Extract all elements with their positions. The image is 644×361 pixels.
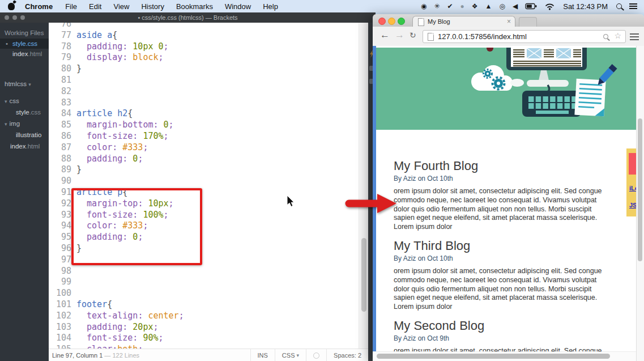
article-byline: By Aziz on Oct 10th: [394, 254, 630, 263]
menu-window[interactable]: Window: [225, 2, 251, 11]
code-text: aside a{: [71, 30, 117, 41]
code-line-85: 85 margin-bottom: 0;: [49, 120, 359, 131]
menu-history[interactable]: History: [141, 2, 164, 11]
file-ext: .html: [26, 143, 40, 150]
brackets-sidebar: Working Files •style.cssindex.html htmlc…: [0, 23, 49, 361]
reload-button[interactable]: ↻: [410, 31, 416, 40]
window-controls[interactable]: [5, 15, 25, 20]
article-byline: By Aziz on Oct 10th: [394, 175, 630, 183]
working-files-header: Working Files: [5, 29, 49, 36]
desktop: Chrome FileEditViewHistoryBookmarksWindo…: [0, 0, 644, 361]
shield-check-icon[interactable]: ✔: [447, 3, 453, 10]
menu-help[interactable]: Help: [263, 2, 278, 11]
menu-file[interactable]: File: [65, 2, 77, 11]
indent-setting[interactable]: Spaces: 2: [326, 349, 368, 361]
tree-item-index.html[interactable]: index.html: [0, 141, 49, 152]
file-ext: .css: [26, 40, 37, 47]
zoom-icon[interactable]: [603, 34, 608, 39]
folder-name: img: [10, 120, 20, 127]
zoom-window-button[interactable]: [20, 15, 25, 20]
page-vertical-scrollbar[interactable]: [636, 46, 644, 361]
spotlight-icon[interactable]: [616, 3, 622, 9]
file-base: illustratio: [16, 131, 41, 138]
screen-record-icon[interactable]: ◉: [421, 3, 427, 10]
minimize-window-button[interactable]: [12, 15, 17, 20]
close-tab-icon[interactable]: ×: [507, 16, 511, 27]
code-text: [71, 97, 76, 109]
tree-item-img[interactable]: ▾img: [0, 118, 49, 129]
dropbox-icon[interactable]: ❖: [472, 3, 478, 10]
code-line-100: 100: [49, 288, 359, 299]
creative-cloud-icon[interactable]: ◎: [500, 3, 505, 10]
menubar-clock[interactable]: Sat 12:43 PM: [563, 2, 608, 11]
google-drive-icon[interactable]: ▲: [485, 3, 492, 10]
tree-item-css[interactable]: ▾css: [0, 95, 49, 107]
new-tab-button[interactable]: [519, 17, 537, 27]
code-text: [71, 176, 76, 187]
code-text: font-size: 90%;: [71, 333, 164, 344]
close-window-button[interactable]: [378, 18, 386, 25]
chrome-tabstrip[interactable]: My Blog ×: [373, 14, 644, 27]
line-number: 103: [49, 322, 71, 333]
bookmark-star-icon[interactable]: ☆: [614, 31, 621, 40]
volume-icon[interactable]: ◀: [513, 3, 518, 10]
line-number: 91: [49, 187, 71, 198]
brackets-window: • css/style.css (htmlcss) — Brackets Wor…: [0, 12, 376, 361]
apple-menu-icon[interactable]: [8, 3, 15, 10]
code-text: [71, 86, 76, 97]
lint-status[interactable]: [306, 349, 326, 361]
minimize-window-button[interactable]: [388, 18, 395, 25]
project-dropdown[interactable]: htmlcss ▾: [5, 80, 49, 87]
annotation-arrow: [344, 192, 399, 215]
url-text[interactable]: 127.0.0.1:57856/index.html: [438, 31, 527, 43]
address-bar[interactable]: 127.0.0.1:57856/index.html ☆: [423, 30, 626, 43]
code-line-90: 90: [49, 176, 359, 187]
close-window-button[interactable]: [5, 15, 9, 20]
page-horizontal-scrollbar[interactable]: [373, 351, 637, 361]
code-line-98: 98: [49, 266, 359, 277]
blog-article-2: My Third BlogBy Aziz on Oct 10thorem ips…: [394, 239, 630, 312]
language-selector[interactable]: CSS ▾: [275, 349, 306, 361]
notification-center-icon[interactable]: [629, 2, 637, 10]
menu-edit[interactable]: Edit: [89, 2, 101, 11]
folder-expand-icon[interactable]: ▾: [5, 99, 7, 104]
file-base: index: [10, 143, 26, 150]
tab-title: My Blog: [428, 16, 450, 27]
horizontal-scrollbar-thumb[interactable]: [377, 354, 610, 359]
folder-expand-icon[interactable]: ▾: [5, 121, 7, 127]
tree-item-illustratio[interactable]: illustratio: [0, 129, 49, 141]
cursor-position: Line 97, Column 1: [52, 352, 103, 359]
code-editor[interactable]: 7677aside a{78 padding: 10px 0;79 displa…: [49, 23, 359, 361]
page-favicon: [418, 18, 424, 26]
code-line-102: 102 text-align: center;: [49, 311, 359, 322]
article-title: My Third Blog: [394, 239, 630, 253]
back-button[interactable]: ←: [380, 29, 390, 41]
battery-icon[interactable]: [525, 3, 538, 10]
vertical-scrollbar-thumb[interactable]: [638, 118, 642, 261]
line-number: 88: [49, 154, 71, 165]
chrome-menu-icon[interactable]: [630, 33, 639, 42]
menu-bookmarks[interactable]: Bookmarks: [176, 2, 213, 11]
line-number: 83: [49, 97, 71, 109]
menu-app-name[interactable]: Chrome: [25, 2, 53, 11]
code-line-81: 81: [49, 75, 359, 86]
forward-button[interactable]: →: [395, 29, 404, 41]
code-line-78: 78 padding: 10px 0;: [49, 41, 359, 53]
working-file-style.css[interactable]: •style.css: [0, 39, 49, 49]
tree-item-style.css[interactable]: style.css: [0, 107, 49, 118]
code-text: }: [71, 164, 82, 176]
file-base: style: [12, 40, 26, 47]
notifications-icon[interactable]: ●: [460, 3, 464, 10]
brackets-titlebar[interactable]: • css/style.css (htmlcss) — Brackets: [0, 12, 376, 23]
overwrite-toggle[interactable]: INS: [250, 349, 275, 361]
working-file-index.html[interactable]: index.html: [0, 49, 49, 59]
zoom-window-button[interactable]: [398, 18, 405, 25]
code-line-79: 79 display: block;: [49, 52, 359, 63]
brackets-statusbar: Line 97, Column 1 — 122 Lines INS CSS ▾ …: [49, 349, 368, 361]
tab-my-blog[interactable]: My Blog ×: [412, 16, 515, 27]
editor-scrollbar-thumb[interactable]: [361, 238, 366, 312]
wifi-icon[interactable]: [545, 3, 555, 10]
menu-view[interactable]: View: [113, 2, 129, 11]
line-number: 94: [49, 220, 71, 232]
display-settings-icon[interactable]: ✳: [434, 3, 440, 10]
